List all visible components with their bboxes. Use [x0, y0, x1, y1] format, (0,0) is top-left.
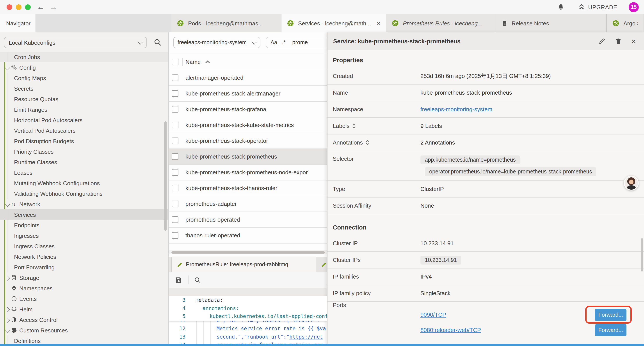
sidebar-item-vertical-pod-autoscalers[interactable]: Vertical Pod Autoscalers: [0, 125, 169, 136]
sidebar-item-storage[interactable]: Storage: [0, 272, 169, 283]
sidebar-scrollbar[interactable]: [164, 121, 166, 231]
sort-toggle-icon[interactable]: [352, 123, 356, 129]
sidebar-item-ingress-classes[interactable]: Ingress Classes: [0, 241, 169, 251]
sidebar-item-helm[interactable]: Helm: [0, 304, 169, 315]
row-checkbox[interactable]: [172, 169, 178, 176]
chevron-right-icon[interactable]: [6, 274, 9, 281]
table-row[interactable]: kube-prometheus-stack-prometheus-node-ex…: [169, 165, 327, 180]
app-tab[interactable]: Release Notes: [496, 14, 607, 32]
table-row[interactable]: kube-prometheus-stack-prometheus: [169, 149, 327, 165]
sidebar-item-leases[interactable]: Leases: [0, 167, 169, 178]
sidebar-item-access-control[interactable]: Access Control: [0, 315, 169, 325]
sidebar-item-network-policies[interactable]: Network Policies: [0, 251, 169, 262]
row-checkbox[interactable]: [172, 153, 178, 160]
app-tab[interactable]: Prometheus Rules - icecheng...: [386, 14, 496, 32]
regex-toggle[interactable]: .*: [282, 39, 286, 45]
namespace-filter-select[interactable]: freeleaps-monitoring-system: [173, 37, 260, 48]
row-checkbox[interactable]: [172, 90, 178, 97]
list-search-input[interactable]: Aa .* prome: [266, 37, 327, 48]
sidebar-item-limit-ranges[interactable]: Limit Ranges: [0, 104, 169, 115]
port-forward-button[interactable]: Forward...: [595, 324, 626, 336]
sort-toggle-icon[interactable]: [366, 140, 369, 145]
table-row[interactable]: kube-prometheus-stack-alertmanager: [169, 86, 327, 102]
notifications-bell-icon[interactable]: [557, 3, 564, 11]
table-row[interactable]: kube-prometheus-stack-grafana: [169, 102, 327, 117]
sidebar-item-namespaces[interactable]: Namespaces: [0, 283, 169, 294]
scrollbar-thumb[interactable]: [172, 251, 325, 254]
sidebar-item-horizontal-pod-autoscalers[interactable]: Horizontal Pod Autoscalers: [0, 115, 169, 125]
app-tab[interactable]: Services - icecheng@math...×: [282, 14, 386, 32]
sidebar-item-ingresses[interactable]: Ingresses: [0, 230, 169, 241]
sidebar-item-events[interactable]: Events: [0, 294, 169, 304]
sidebar-item-pod-disruption-budgets[interactable]: Pod Disruption Budgets: [0, 136, 169, 146]
sidebar-item-config-maps[interactable]: Config Maps: [0, 73, 169, 83]
upgrade-button[interactable]: UPGRADE: [578, 3, 617, 11]
kubeconfig-select[interactable]: Local Kubeconfigs: [4, 37, 147, 48]
detail-link[interactable]: freeleaps-monitoring-system: [420, 106, 492, 113]
database-icon: [11, 275, 17, 281]
list-horizontal-scrollbar[interactable]: [169, 251, 327, 254]
sidebar-item-validating-webhook-configurations[interactable]: Validating Webhook Configurations: [0, 188, 169, 199]
sidebar-item-endpoints[interactable]: Endpoints: [0, 220, 169, 230]
sidebar-search-icon[interactable]: [154, 38, 162, 46]
select-all-checkbox[interactable]: [172, 59, 178, 65]
panel-scrollbar[interactable]: [641, 238, 643, 272]
minimize-window-button[interactable]: [16, 4, 22, 10]
row-checkbox[interactable]: [172, 216, 178, 223]
row-checkbox[interactable]: [172, 201, 178, 207]
table-row[interactable]: prometheus-adapter: [169, 196, 327, 212]
edit-pencil-icon[interactable]: [598, 38, 606, 45]
chevron-right-icon[interactable]: [6, 306, 9, 313]
delete-trash-icon[interactable]: [615, 38, 622, 45]
sidebar-item-priority-classes[interactable]: Priority Classes: [0, 146, 169, 157]
chevron-down-icon[interactable]: [6, 201, 9, 207]
save-icon[interactable]: [175, 276, 182, 284]
navigator-tab[interactable]: Navigator: [0, 14, 36, 32]
sort-ascending-icon[interactable]: [205, 60, 210, 63]
row-checkbox[interactable]: [172, 137, 178, 144]
table-row[interactable]: thanos-ruler-operated: [169, 228, 327, 244]
sidebar-item-secrets[interactable]: Secrets: [0, 83, 169, 94]
close-panel-icon[interactable]: ×: [631, 37, 636, 45]
sidebar-item-custom-resources[interactable]: Custom Resources: [0, 325, 169, 336]
app-tab[interactable]: Pods - icecheng@mathmas...: [172, 14, 282, 32]
row-checkbox[interactable]: [172, 232, 178, 239]
editor-search-icon[interactable]: [194, 276, 201, 284]
table-row[interactable]: alertmanager-operated: [169, 70, 327, 86]
match-case-toggle[interactable]: Aa: [270, 39, 277, 45]
table-row[interactable]: kube-prometheus-stack-kube-state-metrics: [169, 117, 327, 133]
close-tab-icon[interactable]: ×: [377, 20, 380, 27]
row-checkbox[interactable]: [172, 106, 178, 113]
name-column-header[interactable]: Name: [186, 59, 200, 65]
sidebar-item-mutating-webhook-configurations[interactable]: Mutating Webhook Configurations: [0, 178, 169, 188]
notification-count-badge[interactable]: 15: [629, 2, 639, 12]
code-link[interactable]: https://net: [289, 334, 323, 340]
sidebar-item-cron-jobs[interactable]: Cron Jobs: [0, 52, 169, 62]
chevron-down-icon[interactable]: [6, 327, 9, 334]
sidebar-item-resource-quotas[interactable]: Resource Quotas: [0, 94, 169, 104]
row-checkbox[interactable]: [172, 74, 178, 81]
row-checkbox[interactable]: [172, 122, 178, 128]
back-button[interactable]: ←: [37, 1, 45, 13]
chevron-down-icon[interactable]: [6, 64, 9, 71]
app-tab[interactable]: Argo Se: [607, 14, 644, 32]
editor-tab-next[interactable]: [316, 257, 327, 272]
forward-button[interactable]: →: [50, 1, 58, 13]
table-row[interactable]: kube-prometheus-stack-operator: [169, 133, 327, 149]
yaml-editor[interactable]: 110","for":"1m","labels":{"service":12Me…: [169, 296, 327, 346]
table-row[interactable]: kube-prometheus-stack-thanos-ruler: [169, 180, 327, 196]
table-row[interactable]: prometheus-operated: [169, 212, 327, 228]
row-checkbox[interactable]: [172, 185, 178, 191]
sidebar-item-runtime-classes[interactable]: Runtime Classes: [0, 157, 169, 167]
chevron-right-icon[interactable]: [6, 317, 9, 323]
port-link[interactable]: 9090/TCP: [420, 311, 446, 318]
port-link[interactable]: 8080:reloader-web/TCP: [420, 327, 481, 333]
editor-tab-prometheusrule[interactable]: PrometheusRule: freeleaps-prod-rabbitmq: [172, 257, 316, 272]
sidebar-item-port-forwarding[interactable]: Port Forwarding: [0, 262, 169, 272]
user-avatar[interactable]: [624, 176, 639, 191]
maximize-window-button[interactable]: [25, 4, 31, 10]
close-window-button[interactable]: [6, 4, 12, 10]
sidebar-item-network[interactable]: ↑↓Network: [0, 199, 169, 209]
sidebar-item-services[interactable]: Services: [0, 209, 169, 220]
sidebar-item-config[interactable]: Config: [0, 62, 169, 73]
